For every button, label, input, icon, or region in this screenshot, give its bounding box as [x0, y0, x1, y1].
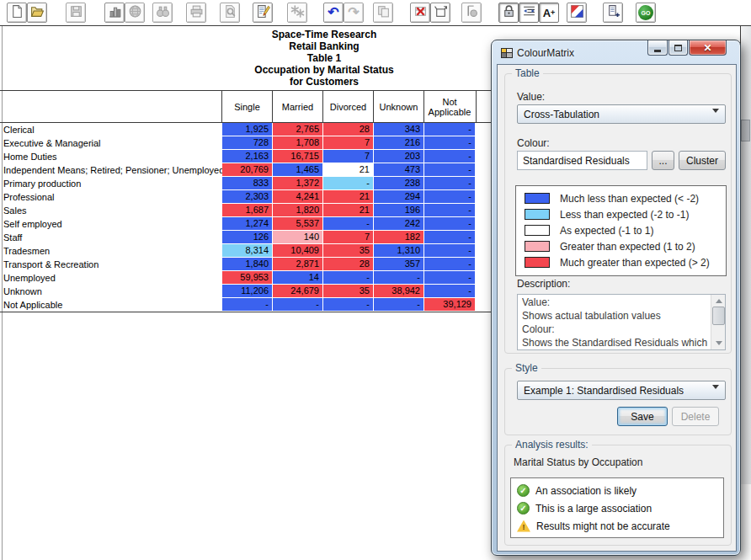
table-cell[interactable]: -: [323, 271, 373, 284]
row-label[interactable]: Tradesmen: [3, 246, 50, 256]
table-cell[interactable]: -: [424, 190, 475, 203]
table-cell[interactable]: -: [374, 271, 423, 284]
table-cell[interactable]: 2,163: [222, 150, 272, 163]
table-cell[interactable]: 2,303: [222, 190, 272, 203]
row-label[interactable]: Clerical: [3, 125, 35, 135]
table-cell[interactable]: 238: [374, 177, 423, 189]
lock-button[interactable]: [498, 3, 519, 23]
table-cell[interactable]: 833: [222, 177, 272, 189]
save-button[interactable]: Save: [617, 407, 668, 426]
table-cell[interactable]: 4,241: [273, 190, 322, 203]
table-cell[interactable]: 1,925: [222, 123, 272, 136]
table-cell[interactable]: 39,129: [424, 298, 475, 311]
scroll-down-icon[interactable]: [713, 338, 724, 349]
table-cell[interactable]: 11,206: [222, 285, 272, 297]
column-header-single[interactable]: Single: [222, 91, 272, 122]
value-dropdown[interactable]: Cross-Tabulation: [517, 104, 726, 124]
chart-button[interactable]: [104, 3, 125, 23]
table-cell[interactable]: 7: [323, 150, 373, 163]
description-scrollbar[interactable]: [711, 295, 725, 349]
cluster-button[interactable]: Cluster: [679, 151, 726, 170]
row-label[interactable]: Executive & Managerial: [3, 138, 101, 148]
table-cell[interactable]: 7: [323, 231, 373, 243]
table-cell[interactable]: 2,871: [273, 258, 322, 270]
table-cell[interactable]: 38,942: [374, 285, 423, 297]
table-cell[interactable]: -: [424, 177, 475, 189]
table-cell[interactable]: 7: [323, 136, 373, 149]
table-cell[interactable]: 21: [323, 163, 373, 176]
table-cell[interactable]: -: [424, 244, 475, 257]
table-cell[interactable]: 1,687: [222, 204, 272, 216]
add-document-button[interactable]: [603, 3, 623, 23]
row-label[interactable]: Unknown: [3, 286, 42, 296]
table-cell[interactable]: 35: [323, 244, 373, 257]
description-scrollbar-thumb[interactable]: [712, 307, 725, 325]
table-cell[interactable]: 196: [374, 204, 423, 216]
table-cell[interactable]: -: [323, 217, 373, 230]
colour-input[interactable]: Standardised Residuals: [517, 151, 647, 170]
table-cell[interactable]: 8,314: [222, 244, 272, 257]
table-cell[interactable]: 473: [374, 163, 423, 176]
indent-button[interactable]: [519, 3, 539, 23]
table-cell[interactable]: -: [424, 285, 475, 297]
table-cell[interactable]: 216: [374, 136, 423, 149]
table-cell[interactable]: -: [424, 136, 475, 149]
table-cell[interactable]: 24,679: [273, 285, 322, 297]
new-document-button[interactable]: [7, 3, 27, 23]
row-label[interactable]: Professional: [3, 192, 55, 202]
table-cell[interactable]: 126: [222, 231, 272, 243]
go-button[interactable]: GO: [636, 3, 656, 23]
table-cell[interactable]: -: [424, 231, 475, 243]
table-cell[interactable]: 1,820: [273, 204, 322, 216]
column-header-unknown[interactable]: Unknown: [374, 91, 423, 122]
edit-notes-button[interactable]: [253, 3, 273, 23]
table-cell[interactable]: -: [424, 217, 475, 230]
minimize-button[interactable]: [647, 40, 668, 56]
column-header-not-applicable[interactable]: Not Applicable: [424, 91, 475, 122]
column-header-divorced[interactable]: Divorced: [323, 91, 373, 122]
table-cell[interactable]: 182: [374, 231, 423, 243]
open-file-button[interactable]: [27, 3, 47, 23]
table-cell[interactable]: 2,765: [273, 123, 322, 136]
table-cell[interactable]: 10,409: [273, 244, 322, 257]
table-cell[interactable]: -: [222, 298, 272, 311]
table-cell[interactable]: 14: [273, 271, 322, 284]
table-cell[interactable]: 59,953: [222, 271, 272, 284]
row-label[interactable]: Primary production: [3, 179, 81, 189]
table-cell[interactable]: 1,310: [374, 244, 423, 257]
scroll-up-icon[interactable]: [713, 296, 724, 307]
style-dropdown[interactable]: Example 1: Standardised Residuals: [517, 381, 726, 400]
table-cell[interactable]: 20,769: [222, 163, 272, 176]
column-header-married[interactable]: Married: [273, 91, 322, 122]
table-cell[interactable]: 21: [323, 190, 373, 203]
row-label[interactable]: Not Applicable: [3, 300, 62, 310]
table-cell[interactable]: 1,840: [222, 258, 272, 270]
table-cell[interactable]: 1,708: [273, 136, 322, 149]
table-cell[interactable]: 28: [323, 123, 373, 136]
table-cell[interactable]: -: [374, 298, 423, 311]
table-cell[interactable]: 343: [374, 123, 423, 136]
table-cell[interactable]: 21: [323, 204, 373, 216]
table-cell[interactable]: 294: [374, 190, 423, 203]
table-cell[interactable]: -: [424, 258, 475, 270]
table-cell[interactable]: -: [424, 204, 475, 216]
table-cell[interactable]: 357: [374, 258, 423, 270]
table-cell[interactable]: 140: [273, 231, 322, 243]
table-cell[interactable]: 242: [374, 217, 423, 230]
close-button[interactable]: ✕: [689, 40, 727, 56]
table-cell[interactable]: 1,274: [222, 217, 272, 230]
font-size-button[interactable]: A+: [539, 3, 559, 23]
row-label[interactable]: Self employed: [3, 219, 62, 229]
table-cell[interactable]: -: [424, 271, 475, 284]
row-label[interactable]: Independent Means; Retired; Pensioner; U…: [3, 165, 224, 175]
table-cell[interactable]: -: [323, 177, 373, 189]
table-cell[interactable]: 16,715: [273, 150, 322, 163]
row-label[interactable]: Home Duties: [3, 152, 57, 162]
table-cell[interactable]: -: [424, 163, 475, 176]
undo-button[interactable]: ↶: [323, 3, 344, 23]
row-label[interactable]: Staff: [3, 232, 22, 243]
vertical-scrollbar[interactable]: [740, 26, 751, 484]
table-cell[interactable]: 1,465: [273, 163, 322, 176]
table-cell[interactable]: -: [273, 298, 322, 311]
table-cell[interactable]: -: [424, 123, 475, 136]
